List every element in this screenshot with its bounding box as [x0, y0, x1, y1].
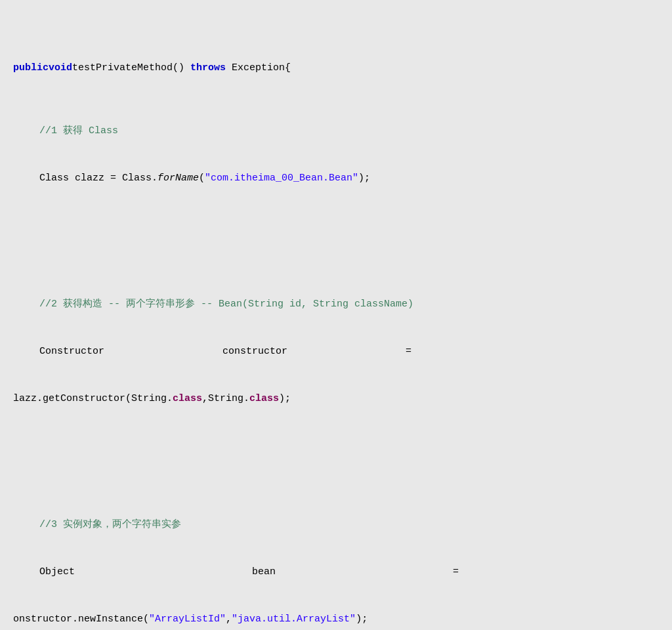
line-1: publicvoidtestPrivateMethod() throws Exc…	[7, 60, 665, 76]
line-comment2: //2 获得构造 -- 两个字符串形参 -- Bean(String id, S…	[7, 297, 665, 312]
code-block: publicvoidtestPrivateMethod() throws Exc…	[0, 13, 672, 630]
line-blank1	[7, 234, 665, 249]
line-comment1: //1 获得 Class	[7, 123, 665, 139]
line-5: Object bean =	[7, 564, 665, 580]
line-6: onstructor.newInstance("ArrayListId","ja…	[7, 612, 665, 627]
line-comment3: //3 实例对象，两个字符串实参	[7, 517, 665, 533]
line-3: Constructor constructor =	[7, 344, 665, 360]
code-container: publicvoidtestPrivateMethod() throws Exc…	[0, 0, 672, 630]
line-4: lazz.getConstructor(String.class,String.…	[7, 391, 665, 407]
line-blank2	[7, 454, 665, 470]
line-2: Class clazz = Class.forName("com.itheima…	[7, 171, 665, 186]
